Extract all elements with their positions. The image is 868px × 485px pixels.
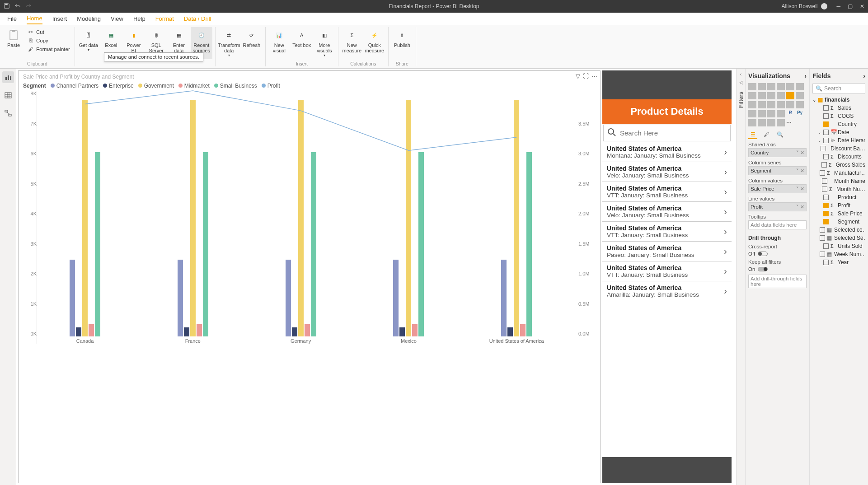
column-series-well[interactable]: Segment˅ ✕	[748, 166, 807, 175]
field-row[interactable]: ΣUnits Sold	[812, 242, 865, 250]
maximize-icon[interactable]: ▢	[848, 3, 853, 9]
format-tab-icon[interactable]: 🖌	[762, 131, 771, 139]
publish-icon: ⇪	[396, 29, 408, 42]
field-row[interactable]: ΣSale Price	[812, 210, 865, 218]
column-values-well[interactable]: Sale Price˅ ✕	[748, 184, 807, 193]
filters-toggle-icon[interactable]: ◁	[739, 79, 743, 85]
column-line-chart-visual[interactable]: ▽ ⛶ ⋯ Sale Price and Profit by Country a…	[18, 70, 601, 483]
user-avatar-icon[interactable]	[821, 3, 827, 9]
text-box-button[interactable]: AText box	[291, 27, 313, 50]
more-visuals-button[interactable]: ◧More visuals▾	[314, 27, 335, 59]
sql-server-button[interactable]: 🛢SQL Server	[145, 27, 167, 55]
fields-search[interactable]: 🔍 Search	[812, 83, 865, 94]
focus-icon[interactable]: ⛶	[583, 73, 589, 79]
bar-group[interactable]	[163, 100, 223, 336]
field-row[interactable]: ΣSales	[812, 104, 865, 112]
get-data-button[interactable]: 🗄Get data▾	[78, 27, 99, 54]
detail-item[interactable]: United States of AmericaAmarilla: Januar…	[602, 281, 732, 301]
bar-group[interactable]	[271, 100, 331, 336]
copy-button[interactable]: ⎘Copy	[25, 37, 72, 45]
shared-axis-well[interactable]: Country˅ ✕	[748, 148, 807, 157]
filter-icon[interactable]: ▽	[576, 73, 580, 79]
field-row[interactable]: ΣMonth Nu…	[812, 185, 865, 193]
line-values-well[interactable]: Profit˅ ✕	[748, 202, 807, 211]
format-painter-button[interactable]: 🖌Format painter	[25, 45, 72, 53]
detail-item[interactable]: United States of AmericaPaseo: January: …	[602, 242, 732, 261]
new-measure-button[interactable]: ΣNew measure	[341, 27, 363, 55]
chevron-right-icon[interactable]: ›	[863, 72, 865, 79]
cut-button[interactable]: ✂Cut	[25, 28, 72, 36]
refresh-button[interactable]: ⟳Refresh	[241, 27, 263, 50]
bar-group[interactable]	[379, 100, 438, 336]
model-view-icon[interactable]	[2, 107, 14, 119]
enter-data-button[interactable]: ▦Enter data	[168, 27, 190, 55]
field-row[interactable]: ΣCOGS	[812, 112, 865, 120]
analytics-tab-icon[interactable]: 🔍	[775, 131, 784, 139]
field-row[interactable]: Product	[812, 193, 865, 201]
field-row[interactable]: Month Name	[812, 177, 865, 185]
minimize-icon[interactable]: ─	[836, 3, 840, 9]
report-view-icon[interactable]	[2, 71, 14, 83]
tab-data-drill[interactable]: Data / Drill	[184, 14, 211, 24]
bar-group[interactable]	[55, 100, 115, 336]
field-row[interactable]: ▦Selected co…	[812, 226, 865, 234]
chevron-right-icon: ›	[724, 167, 727, 177]
transform-data-button[interactable]: ⇄Transform data▾	[218, 27, 240, 59]
tab-help[interactable]: Help	[133, 14, 145, 24]
undo-icon[interactable]	[14, 3, 21, 10]
field-row[interactable]: ▦Week Num…	[812, 250, 865, 258]
more-options-icon[interactable]: ⋯	[591, 73, 597, 79]
field-row[interactable]: ΣDiscounts	[812, 153, 865, 161]
details-search[interactable]	[603, 125, 731, 141]
detail-item[interactable]: United States of AmericaMontana: January…	[602, 142, 732, 162]
field-row[interactable]: Discount Ba…	[812, 145, 865, 153]
tab-format[interactable]: Format	[155, 14, 174, 24]
publish-button[interactable]: ⇪Publish	[391, 27, 413, 50]
fields-tab-icon[interactable]: ☰	[748, 131, 757, 139]
tab-home[interactable]: Home	[27, 13, 42, 24]
chevron-right-icon: ›	[724, 246, 727, 256]
brush-icon: 🖌	[27, 46, 34, 53]
bar-group[interactable]	[487, 100, 546, 336]
tab-view[interactable]: View	[111, 14, 123, 24]
detail-item[interactable]: United States of AmericaVTT: January: Sm…	[602, 261, 732, 281]
field-row[interactable]: ▦Selected Se…	[812, 234, 865, 242]
detail-item[interactable]: United States of AmericaVelo: January: S…	[602, 202, 732, 222]
visualization-picker[interactable]: RPy ⋯	[748, 83, 807, 126]
keep-filters-toggle[interactable]: On	[748, 266, 807, 272]
chevron-right-icon[interactable]: ›	[804, 72, 807, 79]
redo-icon[interactable]	[25, 3, 32, 10]
excel-button[interactable]: ▦Excel	[100, 27, 122, 50]
field-row[interactable]: ΣGross Sales	[812, 161, 865, 169]
detail-item[interactable]: United States of AmericaVelo: January: S…	[602, 162, 732, 182]
tab-insert[interactable]: Insert	[52, 14, 67, 24]
field-row[interactable]: Country	[812, 120, 865, 128]
new-visual-button[interactable]: 📊New visual	[268, 27, 290, 55]
expand-icon[interactable]: ‹	[740, 71, 742, 77]
quick-measure-button[interactable]: ⚡Quick measure	[364, 27, 385, 55]
user-name[interactable]: Allison Boswell	[781, 3, 817, 9]
field-row[interactable]: ΣProfit	[812, 201, 865, 210]
tooltips-well[interactable]: Add data fields here	[748, 220, 807, 229]
field-row[interactable]: ΣManufactur…	[812, 169, 865, 177]
field-row[interactable]: Segment	[812, 218, 865, 226]
detail-item[interactable]: United States of AmericaVTT: January: Sm…	[602, 182, 732, 202]
field-row[interactable]: ΣYear	[812, 258, 865, 266]
product-details-visual[interactable]: Product Details United States of America…	[602, 70, 732, 483]
drillthrough-well[interactable]: Add drill-through fields here	[748, 275, 807, 288]
cross-report-toggle[interactable]: Off	[748, 251, 807, 256]
details-search-input[interactable]	[620, 129, 727, 137]
tab-modeling[interactable]: Modeling	[77, 14, 101, 24]
report-canvas[interactable]: ▽ ⛶ ⋯ Sale Price and Profit by Country a…	[16, 69, 736, 485]
close-icon[interactable]: ✕	[860, 3, 864, 9]
field-row[interactable]: ⌄⩥Date Hierar…	[812, 136, 865, 145]
field-row[interactable]: ⌄📅Date	[812, 128, 865, 136]
filters-pane-collapsed[interactable]: ‹ ◁ Filters	[736, 69, 745, 485]
data-view-icon[interactable]	[2, 89, 14, 101]
chart-plot-area: 8K7K6K5K4K3K2K1K0K CanadaFranceGermanyMe…	[23, 91, 596, 344]
detail-item[interactable]: United States of AmericaVTT: January: Sm…	[602, 222, 732, 242]
tab-file[interactable]: File	[7, 14, 17, 24]
save-icon[interactable]	[4, 3, 10, 10]
table-financials[interactable]: ⌄ ▦ financials	[812, 97, 865, 103]
paste-button[interactable]: Paste	[3, 27, 24, 50]
